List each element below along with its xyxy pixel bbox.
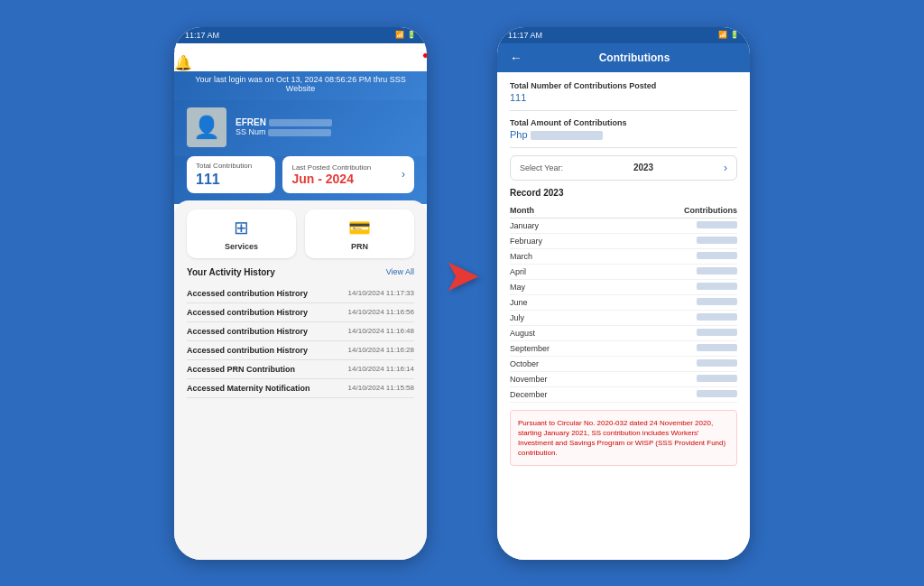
- back-button[interactable]: ←: [510, 51, 522, 65]
- list-item: Accessed PRN Contribution 14/10/2024 11:…: [187, 360, 414, 379]
- status-icons-right: 📶 🔋: [718, 31, 739, 39]
- ss-blurred: [268, 129, 331, 136]
- left-header: 🔔: [174, 43, 427, 71]
- activity-date: 14/10/2024 11:17:33: [348, 289, 414, 297]
- contrib-blurred: [697, 359, 737, 367]
- list-item: Accessed contribution Histrory 14/10/202…: [187, 322, 414, 341]
- amount-blurred: [531, 131, 603, 140]
- prn-icon: 💳: [348, 217, 371, 238]
- month-cell: March: [510, 248, 607, 264]
- right-header: ← Contributions: [497, 43, 750, 72]
- activity-desc: Accessed PRN Contribution: [187, 365, 295, 374]
- activity-header: Your Activity History View All: [187, 267, 414, 277]
- status-bar-left: 11:17 AM 📶 🔋: [174, 27, 427, 43]
- page-title: Contributions: [531, 51, 737, 64]
- notification-bell[interactable]: 🔔: [174, 54, 427, 71]
- year-selector-value: 2023: [633, 163, 653, 172]
- profile-info: EFREN SS Num: [236, 117, 332, 136]
- contrib-blurred: [697, 313, 737, 321]
- prn-label: PRN: [351, 242, 368, 251]
- profile-name: EFREN: [236, 117, 332, 127]
- last-posted-value: Jun - 2024: [291, 172, 371, 186]
- contribution-cell: [607, 325, 737, 340]
- contribution-cell: [607, 294, 737, 310]
- year-selector[interactable]: Select Year: 2023 ›: [510, 155, 737, 181]
- contrib-blurred: [697, 390, 737, 397]
- contribution-cell: [607, 264, 737, 279]
- chevron-right-icon: ›: [402, 168, 405, 181]
- activity-date: 14/10/2024 11:16:14: [348, 365, 414, 373]
- table-row: February: [510, 233, 737, 248]
- col-contributions: Contributions: [607, 203, 737, 219]
- contrib-blurred: [697, 283, 737, 290]
- prn-icon-box[interactable]: 💳 PRN: [305, 209, 414, 258]
- status-bar-right: 11:17 AM 📶 🔋: [497, 27, 750, 43]
- name-blurred: [269, 119, 332, 126]
- total-amount-label: Total Amount of Contributions: [510, 118, 737, 127]
- contribution-cell: [607, 356, 737, 371]
- hamburger-menu[interactable]: [174, 43, 427, 54]
- activity-date: 14/10/2024 11:16:56: [348, 308, 414, 316]
- activity-title: Your Activity History: [187, 267, 275, 277]
- total-amount-block: Total Amount of Contributions Php: [510, 118, 737, 148]
- activity-desc: Accessed contribution Histrory: [187, 308, 308, 317]
- month-cell: May: [510, 279, 607, 294]
- notice-text: Pursuant to Circular No. 2020-032 dated …: [518, 418, 729, 459]
- time-left: 11:17 AM: [185, 31, 219, 40]
- total-contribution-card: Total Contribution 111: [187, 156, 275, 193]
- table-row: August: [510, 325, 737, 340]
- table-row: September: [510, 340, 737, 356]
- month-cell: November: [510, 371, 607, 386]
- contribution-cell: [607, 340, 737, 356]
- last-posted-card[interactable]: Last Posted Contribution Jun - 2024 ›: [282, 156, 414, 193]
- total-count-block: Total Number of Contributions Posted 111: [510, 81, 737, 111]
- month-cell: April: [510, 264, 607, 279]
- table-row: July: [510, 310, 737, 325]
- contrib-blurred: [697, 298, 737, 305]
- table-row: October: [510, 356, 737, 371]
- activity-desc: Accessed contribution Histrory: [187, 327, 308, 336]
- notice-box: Pursuant to Circular No. 2020-032 dated …: [510, 410, 737, 467]
- table-row: May: [510, 279, 737, 294]
- month-cell: February: [510, 233, 607, 248]
- profile-section: 👤 EFREN SS Num: [174, 100, 427, 156]
- total-count-value: 111: [510, 92, 737, 103]
- services-icon-box[interactable]: ⊞ Services: [187, 209, 296, 258]
- month-cell: January: [510, 218, 607, 233]
- contribution-cell: [607, 233, 737, 248]
- time-right: 11:17 AM: [508, 31, 542, 40]
- profile-ss: SS Num: [236, 127, 332, 136]
- contribution-cell: [607, 218, 737, 233]
- month-cell: July: [510, 310, 607, 325]
- month-cell: December: [510, 386, 607, 402]
- last-posted-label: Last Posted Contribution: [291, 163, 371, 172]
- activity-date: 14/10/2024 11:16:48: [348, 327, 414, 335]
- services-label: Services: [225, 242, 258, 251]
- view-all-link[interactable]: View All: [386, 267, 414, 276]
- activity-date: 14/10/2024 11:16:28: [348, 346, 414, 354]
- user-icon: 👤: [193, 115, 220, 140]
- services-icon: ⊞: [234, 217, 249, 238]
- contribution-cell: [607, 248, 737, 264]
- activity-desc: Accessed contribution Histrory: [187, 289, 308, 298]
- contrib-blurred: [697, 344, 737, 351]
- contribution-cell: [607, 279, 737, 294]
- contribution-cell: [607, 371, 737, 386]
- bell-badge: [422, 52, 427, 59]
- year-selector-label: Select Year:: [520, 163, 563, 172]
- contrib-blurred: [697, 252, 737, 259]
- table-row: January: [510, 218, 737, 233]
- month-cell: August: [510, 325, 607, 340]
- red-arrow-indicator: ➤: [443, 249, 481, 302]
- total-contrib-label: Total Contribution: [196, 162, 266, 170]
- total-amount-value: Php: [510, 129, 737, 140]
- contrib-blurred: [697, 375, 737, 382]
- status-icons-left: 📶 🔋: [395, 31, 416, 39]
- activity-desc: Accessed contribution Histrory: [187, 346, 308, 355]
- month-cell: September: [510, 340, 607, 356]
- contrib-blurred: [697, 221, 737, 228]
- table-row: June: [510, 294, 737, 310]
- table-row: December: [510, 386, 737, 402]
- login-info: Your last login was on Oct 13, 2024 08:5…: [174, 71, 427, 100]
- month-cell: June: [510, 294, 607, 310]
